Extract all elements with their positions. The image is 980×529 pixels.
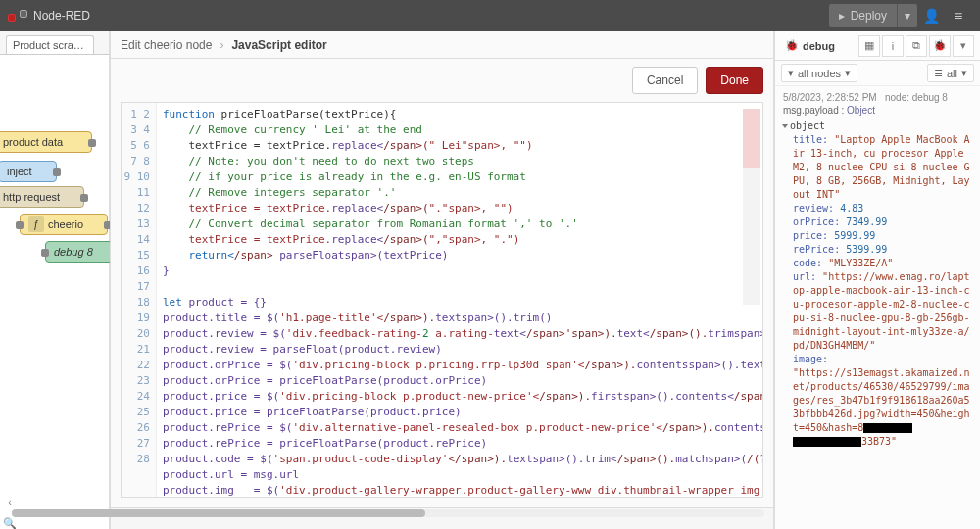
workspace-tab[interactable]: Product scraper: s — [6, 35, 94, 54]
filter-nodes[interactable]: ▾ all nodes ▾ — [781, 64, 858, 82]
sidebar-bug-icon[interactable]: 🐞 — [929, 35, 951, 57]
nodered-logo-icon — [8, 10, 27, 22]
editor-breadcrumb: Edit cheerio node › JavaScript editor — [111, 31, 773, 59]
flow-node-label: debug 8 — [54, 246, 93, 258]
sidebar-tabs: 🐞 debug ▦ i ⧉ 🐞 ▾ — [775, 31, 980, 61]
editor-tray: Edit cheerio node › JavaScript editor Ca… — [110, 31, 774, 529]
debug-tree[interactable]: object title: "Laptop Apple MacBook Air … — [783, 120, 972, 449]
chevron-down-icon: ▾ — [845, 67, 851, 79]
cancel-button[interactable]: Cancel — [632, 67, 698, 94]
tree-root: object — [790, 120, 825, 131]
code-editor[interactable]: 1 2 3 4 5 6 7 8 9 10 11 12 13 14 15 16 1… — [121, 102, 763, 498]
debug-output[interactable]: 5/8/2023, 2:28:52 PM node: debug 8 msg.p… — [775, 86, 980, 529]
filter-icon: ▾ — [788, 67, 794, 79]
app-title: Node-RED — [33, 9, 90, 23]
function-icon: ƒ — [28, 216, 44, 232]
sidebar-info-icon[interactable]: i — [882, 35, 904, 57]
filter-all-label: all — [947, 68, 957, 79]
editor-actions: Cancel Done — [632, 67, 763, 94]
deploy-group: ▸ Deploy ▾ — [829, 4, 917, 27]
breadcrumb-current: JavaScript editor — [231, 38, 326, 52]
sidebar-caret-icon[interactable]: ▾ — [953, 35, 974, 57]
debug-time: 5/8/2023, 2:28:52 PM — [783, 92, 877, 103]
deploy-icon: ▸ — [839, 9, 845, 23]
disclosure-icon[interactable] — [782, 124, 788, 128]
flow-node-label: inject — [7, 166, 32, 177]
filter-nodes-label: all nodes — [798, 68, 841, 79]
msg-type: Object — [847, 105, 875, 116]
minimap[interactable] — [743, 109, 760, 305]
val-code: "MLY33ZE/A" — [828, 258, 893, 268]
code-content[interactable]: function priceFloatParse(textPrice){ // … — [157, 103, 762, 497]
user-icon[interactable]: 👤 — [917, 8, 945, 24]
h-scrollbar[interactable] — [12, 509, 764, 517]
deploy-menu-caret[interactable]: ▾ — [898, 9, 917, 23]
val-orprice: 7349.99 — [846, 216, 887, 227]
breadcrumb-parent[interactable]: Edit cheerio node — [121, 38, 212, 52]
flow-node-cheerio[interactable]: ƒ cheerio — [20, 214, 108, 235]
search-icon[interactable]: 🔍 — [3, 517, 17, 529]
workspace-tabs: Product scraper: s — [0, 31, 109, 55]
h-scrollbar-thumb[interactable] — [12, 509, 425, 517]
flow-node-label: http request — [3, 191, 60, 203]
bug-icon: 🐞 — [785, 39, 799, 52]
redacted-box — [863, 423, 912, 433]
collapse-icon[interactable]: ‹ — [3, 496, 17, 509]
val-price: 5999.99 — [834, 230, 875, 241]
val-url: "https://www.emag.ro/laptop-apple-macboo… — [793, 271, 970, 351]
debug-meta: 5/8/2023, 2:28:52 PM node: debug 8 — [783, 92, 972, 103]
sidebar-chart-icon[interactable]: ⧉ — [906, 35, 927, 57]
filter-all[interactable]: ≣ all ▾ — [927, 64, 974, 82]
flow-node-debug-8[interactable]: debug 8 — [45, 241, 118, 263]
flow-canvas[interactable]: product data inject http request ƒ cheer… — [0, 55, 109, 529]
sidebar-grid-icon[interactable]: ▦ — [858, 35, 880, 57]
sidebar: 🐞 debug ▦ i ⧉ 🐞 ▾ ▾ all nodes ▾ ≣ all ▾ … — [774, 31, 980, 529]
workspace-left: Product scraper: s product data inject h… — [0, 31, 110, 529]
deploy-button[interactable]: ▸ Deploy — [829, 4, 898, 27]
deploy-label: Deploy — [851, 9, 887, 23]
done-button[interactable]: Done — [706, 67, 763, 94]
breadcrumb-sep-icon: › — [220, 38, 223, 52]
flow-node-product-data[interactable]: product data — [0, 131, 92, 153]
debug-node[interactable]: node: debug 8 — [885, 92, 948, 103]
flow-node-http-request[interactable]: http request — [0, 186, 84, 208]
val-review: 4.83 — [840, 203, 863, 214]
debug-filters: ▾ all nodes ▾ ≣ all ▾ — [775, 61, 980, 86]
flow-node-inject[interactable]: inject — [0, 161, 57, 182]
msg-path: msg.payload — [783, 105, 839, 116]
menu-icon[interactable]: ≡ — [945, 8, 972, 24]
flow-node-label: product data — [3, 136, 63, 148]
chevron-down-icon: ▾ — [961, 67, 967, 79]
tab-debug-label: debug — [803, 40, 835, 52]
app-logo: Node-RED — [8, 9, 90, 23]
val-reprice: 5399.99 — [846, 244, 887, 255]
line-gutter: 1 2 3 4 5 6 7 8 9 10 11 12 13 14 15 16 1… — [122, 103, 157, 497]
val-image-2: 33B73" — [861, 436, 897, 447]
topbar: Node-RED ▸ Deploy ▾ 👤 ≡ — [0, 0, 980, 31]
list-icon: ≣ — [934, 67, 943, 79]
debug-path: msg.payload : Object — [783, 105, 972, 116]
redacted-box — [793, 437, 861, 447]
tab-debug[interactable]: 🐞 debug — [781, 39, 857, 52]
flow-node-label: cheerio — [48, 218, 83, 230]
